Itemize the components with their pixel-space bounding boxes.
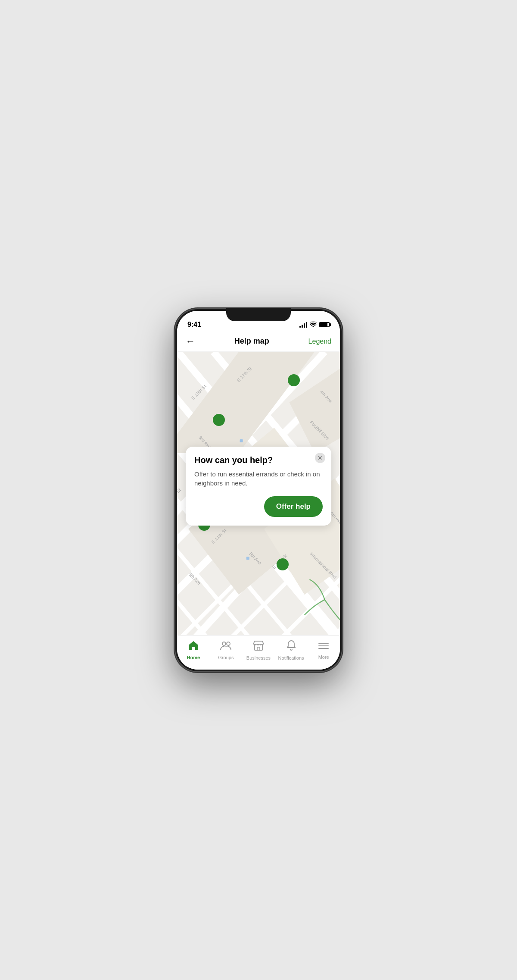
phone-screen: 9:41 [177, 311, 340, 670]
wifi-icon [310, 321, 317, 328]
nav-item-home[interactable]: Home [181, 640, 206, 660]
nav-label-businesses: Businesses [246, 655, 271, 661]
notifications-icon [286, 640, 296, 654]
map-marker-1[interactable] [213, 414, 225, 426]
status-icons [299, 321, 330, 328]
status-time: 9:41 [187, 321, 201, 329]
screen-content: 9:41 [177, 311, 340, 670]
nav-label-more: More [318, 654, 329, 660]
svg-rect-34 [240, 439, 243, 442]
offer-help-button[interactable]: Offer help [264, 496, 323, 517]
bottom-nav: Home Groups [177, 635, 340, 670]
nav-item-notifications[interactable]: Notifications [278, 640, 304, 661]
map-marker-2[interactable] [288, 374, 300, 386]
battery-icon [319, 322, 330, 327]
signal-icon [299, 322, 307, 328]
help-card-title: How can you help? [194, 455, 323, 465]
nav-item-businesses[interactable]: Businesses [246, 640, 271, 661]
legend-button[interactable]: Legend [308, 338, 331, 345]
nav-item-more[interactable]: More [311, 641, 336, 660]
businesses-icon [253, 640, 264, 654]
home-icon [188, 640, 199, 653]
more-icon [318, 641, 329, 653]
phone-device: 9:41 [174, 308, 343, 672]
nav-label-notifications: Notifications [278, 655, 304, 661]
svg-rect-36 [246, 557, 249, 560]
svg-point-37 [222, 642, 226, 645]
svg-point-38 [227, 642, 230, 645]
groups-icon [220, 640, 232, 653]
nav-label-home: Home [187, 655, 200, 660]
nav-label-groups: Groups [218, 655, 234, 660]
svg-rect-40 [257, 647, 260, 650]
phone-notch [226, 308, 291, 321]
page-title: Help map [234, 337, 269, 346]
back-button[interactable]: ← [186, 336, 195, 347]
nav-item-groups[interactable]: Groups [213, 640, 239, 660]
app-header: ← Help map Legend [177, 332, 340, 352]
close-button[interactable]: ✕ [315, 453, 325, 463]
map-marker-4[interactable] [277, 558, 289, 570]
map-area[interactable]: E 15th St E 17th St Foothill Blvd E 12th… [177, 352, 340, 635]
help-card-description: Offer to run essential errands or check … [194, 470, 323, 488]
help-card: ✕ How can you help? Offer to run essenti… [186, 447, 331, 526]
